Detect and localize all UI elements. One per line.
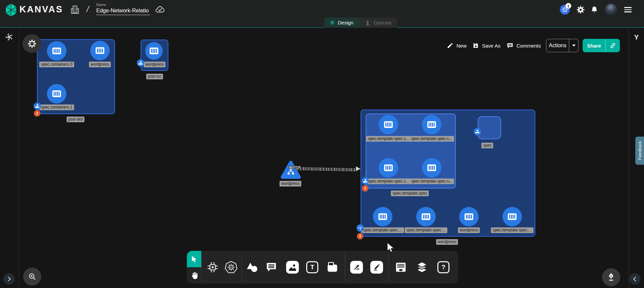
layers-tool-button[interactable] (414, 256, 430, 278)
pod-badge-icon[interactable] (362, 177, 369, 185)
k8s-context-icon[interactable]: 1 (558, 0, 572, 19)
node-shape-tool-button[interactable] (325, 256, 340, 278)
node-label: spec.template.spec.s... (366, 136, 411, 142)
node-container[interactable] (379, 158, 398, 177)
node-container[interactable] (416, 207, 436, 226)
pen-tool-button[interactable] (349, 256, 364, 278)
node-label: spec.template.spec.s... (366, 178, 411, 184)
sketch-tool-button[interactable] (369, 256, 384, 278)
count-badge[interactable]: 3 (362, 185, 368, 192)
design-swirl-icon (329, 20, 335, 25)
node-label: spec.template.spec.... (405, 227, 447, 233)
pen-icon (352, 263, 361, 272)
edge-arrowhead (356, 166, 361, 171)
feedback-tab[interactable]: Feedback (635, 137, 644, 165)
chevron-right-icon (6, 277, 11, 281)
canvas-action-row: New Save As Comments Actions (0, 39, 644, 52)
node-container[interactable] (422, 158, 441, 177)
new-button[interactable]: New (447, 39, 467, 52)
component-tool-button[interactable] (205, 256, 220, 278)
left-sidebar-strip (0, 28, 19, 288)
container-icon (427, 164, 436, 171)
comment-icon (265, 261, 277, 273)
menu-icon[interactable] (622, 0, 634, 19)
floppy-icon (472, 42, 479, 49)
container-icon (465, 213, 473, 220)
tab-operate[interactable]: Operate (359, 17, 397, 28)
group-label: pod-skd (67, 117, 85, 122)
container-icon (384, 121, 393, 128)
component-icon (206, 261, 219, 274)
node-container[interactable] (373, 207, 392, 226)
deployment-badge-icon[interactable] (357, 224, 364, 232)
node-label: wordpress (144, 62, 165, 67)
image-tool-button[interactable] (285, 256, 300, 278)
help-tool-button[interactable]: ? (436, 256, 451, 278)
node-spec[interactable] (478, 116, 501, 139)
node-service-wordpress[interactable] (280, 160, 302, 179)
text-tool-button[interactable]: T (305, 256, 320, 278)
pan-tool-button[interactable] (187, 267, 201, 284)
drawer-tool-button[interactable] (393, 256, 409, 278)
actions-label: Actions (546, 39, 569, 52)
node-label: wordpress (89, 62, 111, 67)
cloud-save-status-icon (155, 5, 165, 15)
expand-right-panel-button[interactable] (629, 273, 641, 285)
shapes-tool-button[interactable] (245, 256, 260, 278)
design-name-input[interactable] (96, 7, 150, 15)
save-as-button[interactable]: Save As (472, 39, 500, 52)
node-container[interactable] (502, 207, 522, 226)
share-button[interactable]: Share (583, 39, 620, 52)
toolbar-divider (201, 253, 202, 281)
toolbar-divider (345, 253, 345, 281)
tab-operate-label: Operate (374, 20, 392, 25)
app-logo: KANVAS (19, 4, 63, 15)
design-name-field: Name (96, 3, 151, 15)
actions-dropdown[interactable]: Actions (546, 39, 579, 52)
node-container[interactable] (47, 84, 66, 103)
pod-badge-icon[interactable] (474, 128, 481, 135)
link-icon[interactable] (606, 39, 620, 52)
container-icon (378, 213, 387, 220)
node-label: spec.template.spec.s... (410, 178, 454, 184)
node-container[interactable] (422, 115, 441, 134)
image-icon (287, 262, 298, 272)
group-label: pod-rcc (146, 74, 163, 79)
operate-people-icon (364, 19, 371, 26)
count-badge[interactable]: 2 (34, 110, 40, 117)
notifications-icon[interactable] (588, 0, 601, 19)
node-label: spec (481, 143, 493, 148)
avatar[interactable] (605, 4, 617, 16)
design-name-label: Name (96, 3, 151, 7)
expand-left-panel-button[interactable] (3, 273, 15, 285)
select-tool-button[interactable] (187, 251, 201, 267)
pod-badge-icon[interactable] (34, 102, 41, 110)
comment-tool-button[interactable] (264, 256, 279, 278)
tab-design[interactable]: Design (324, 17, 359, 28)
group-label: spec.template.spec (391, 191, 429, 196)
settings-icon[interactable] (574, 0, 587, 19)
pod-badge-icon[interactable] (137, 59, 144, 67)
kubernetes-tool-button[interactable] (223, 256, 239, 278)
container-icon (427, 121, 436, 128)
node-container[interactable] (459, 207, 479, 226)
chevron-down-icon[interactable] (569, 39, 578, 52)
layers-icon (416, 261, 428, 274)
count-badge[interactable]: 3 (357, 233, 363, 239)
node-label: spec.template.spec.... (362, 227, 404, 233)
organization-icon[interactable] (70, 5, 79, 15)
zoom-in-button[interactable] (23, 268, 41, 286)
container-icon (508, 213, 517, 220)
drawer-icon (394, 261, 407, 274)
comments-button[interactable]: Comments (506, 39, 541, 52)
node-label: spec.template.spec.... (491, 227, 534, 233)
kanvas-app: KANVAS / Name (0, 0, 644, 288)
node-container[interactable] (379, 115, 398, 134)
edge-port-label: 80/TCP (289, 166, 301, 169)
pen-nib-button[interactable] (602, 268, 620, 286)
group-label: wordpress (436, 239, 458, 245)
node-label: wordpress (279, 181, 301, 187)
node-label: spec.containers.1 (39, 104, 74, 110)
save-as-label: Save As (482, 43, 500, 49)
edge-service-to-deployment[interactable] (297, 167, 356, 171)
